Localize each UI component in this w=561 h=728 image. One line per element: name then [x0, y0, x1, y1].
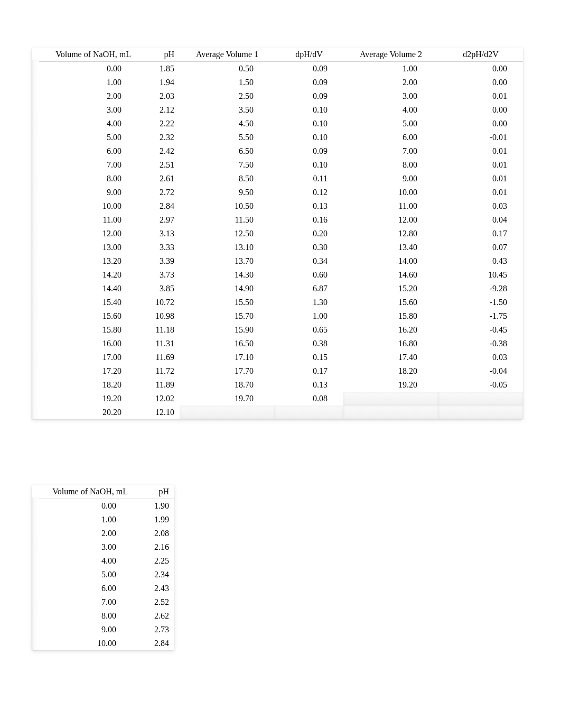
cell: 1.90	[137, 499, 174, 513]
cell: 2.42	[137, 144, 180, 158]
table-row: 1.001.941.500.092.000.00	[32, 76, 523, 89]
cell: 4.50	[180, 117, 275, 131]
cell: 7.00	[32, 158, 137, 172]
cell: 2.43	[137, 582, 174, 595]
cell: 18.20	[32, 378, 137, 392]
cell: 2.00	[32, 89, 137, 103]
cell: 1.00	[343, 62, 438, 76]
cell: 3.33	[137, 241, 180, 254]
cell: 17.10	[180, 351, 275, 364]
cell: 0.01	[438, 186, 523, 199]
cell: 0.17	[438, 227, 523, 241]
cell: 0.38	[275, 337, 343, 351]
cell: 7.00	[32, 595, 137, 609]
table-row: 4.002.224.500.105.000.00	[32, 117, 523, 131]
cell: 15.70	[180, 309, 275, 323]
cell: 0.34	[275, 254, 343, 268]
table-row: 9.002.729.500.1210.000.01	[32, 186, 523, 199]
cell: 13.20	[32, 254, 137, 268]
col-header-volume-naoh: Volume of NaOH, mL	[32, 48, 137, 62]
cell: 1.30	[275, 296, 343, 309]
cell: 15.50	[180, 296, 275, 309]
cell: 6.00	[32, 144, 137, 158]
cell: 0.10	[275, 117, 343, 131]
main-table-wrap: Volume of NaOH, mL pH Average Volume 1 d…	[32, 48, 523, 419]
cell: 1.94	[137, 76, 180, 89]
cell: 0.13	[275, 199, 343, 213]
cell: 11.00	[32, 213, 137, 227]
cell: 16.20	[343, 323, 438, 337]
cell: 0.10	[275, 103, 343, 117]
cell: 0.00	[32, 62, 137, 76]
cell: 0.16	[275, 213, 343, 227]
table-row: 14.203.7314.300.6014.6010.45	[32, 268, 523, 282]
cell: 3.39	[137, 254, 180, 268]
cell: 19.20	[343, 378, 438, 392]
cell: 2.08	[137, 527, 174, 540]
table-row: 18.2011.8918.700.1319.20-0.05	[32, 378, 523, 392]
cell: 0.04	[438, 213, 523, 227]
cell: 2.16	[137, 540, 174, 554]
cell: -1.75	[438, 309, 523, 323]
col-header-dphdv: dpH/dV	[275, 48, 343, 62]
cell: 4.00	[32, 554, 137, 568]
cell: 1.00	[32, 76, 137, 89]
cell: 12.50	[180, 227, 275, 241]
table-row: 3.002.123.500.104.000.00	[32, 103, 523, 117]
cell: 5.00	[32, 131, 137, 144]
cell: 8.50	[180, 172, 275, 186]
table-row: 15.6010.9815.701.0015.80-1.75	[32, 309, 523, 323]
table-row: 10.002.8410.500.1311.000.03	[32, 199, 523, 213]
table-row: 9.002.73	[32, 623, 174, 637]
cell: 14.30	[180, 268, 275, 282]
cell: 2.84	[137, 199, 180, 213]
cell: 11.00	[343, 199, 438, 213]
cell: 9.50	[180, 186, 275, 199]
cell: 2.34	[137, 568, 174, 582]
cell: 11.18	[137, 323, 180, 337]
cell: 1.50	[180, 76, 275, 89]
cell: 0.01	[438, 172, 523, 186]
cell: 17.70	[180, 364, 275, 378]
cell: 5.00	[32, 568, 137, 582]
cell: 3.00	[32, 103, 137, 117]
cell: 7.00	[343, 144, 438, 158]
cell: 0.01	[438, 158, 523, 172]
cell: 0.00	[32, 499, 137, 513]
cell: 2.32	[137, 131, 180, 144]
cell: 2.62	[137, 609, 174, 623]
cell: 0.11	[275, 172, 343, 186]
cell: 6.50	[180, 144, 275, 158]
cell: 15.90	[180, 323, 275, 337]
cell: 0.09	[275, 89, 343, 103]
table-row: 2.002.032.500.093.000.01	[32, 89, 523, 103]
cell: 3.00	[343, 89, 438, 103]
table-row: 20.2012.10	[32, 406, 523, 419]
cell: 12.00	[32, 227, 137, 241]
cell	[438, 406, 523, 419]
cell: 11.69	[137, 351, 180, 364]
cell: 0.01	[438, 144, 523, 158]
cell: 8.00	[32, 172, 137, 186]
cell: 20.20	[32, 406, 137, 419]
cell: 14.00	[343, 254, 438, 268]
cell: 7.50	[180, 158, 275, 172]
page: Volume of NaOH, mL pH Average Volume 1 d…	[0, 0, 561, 728]
cell: 1.85	[137, 62, 180, 76]
cell: 0.60	[275, 268, 343, 282]
cell: 2.84	[137, 637, 174, 650]
cell: 10.98	[137, 309, 180, 323]
cell	[343, 392, 438, 406]
cell: 12.02	[137, 392, 180, 406]
cell: 10.00	[343, 186, 438, 199]
cell: 3.85	[137, 282, 180, 296]
col-header-avg-vol1: Average Volume 1	[180, 48, 275, 62]
cell: 3.00	[32, 540, 137, 554]
cell: 0.12	[275, 186, 343, 199]
table-row: 14.403.8514.906.8715.20-9.28	[32, 282, 523, 296]
cell: 2.25	[137, 554, 174, 568]
cell: 8.00	[343, 158, 438, 172]
cell: 15.60	[343, 296, 438, 309]
cell: 11.31	[137, 337, 180, 351]
cell: 3.50	[180, 103, 275, 117]
